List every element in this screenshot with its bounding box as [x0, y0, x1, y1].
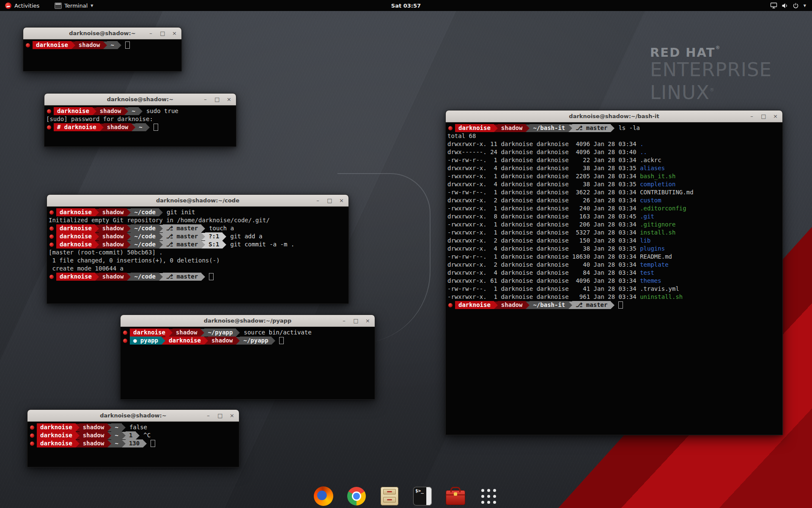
command-text: git init — [167, 208, 195, 216]
prompt-segment: shadow — [96, 107, 125, 115]
close-button[interactable]: × — [338, 197, 345, 204]
prompt-segment: darknoise — [56, 224, 95, 232]
powerline-arrow-icon — [127, 241, 131, 248]
minimize-button[interactable]: – — [341, 318, 347, 324]
powerline-arrow-icon — [159, 273, 163, 281]
clock[interactable]: Sat 03:57 — [391, 3, 421, 9]
terminal-window: darknoise@shadow:~–□×darknoiseshadow~fal… — [27, 409, 239, 467]
terminal-line: darknoiseshadow~/codegit init — [49, 208, 348, 216]
terminal-line: -rwxrwxr-x. 1 darknoise darknoise 5327 J… — [447, 229, 782, 237]
terminal-cursor — [154, 124, 158, 131]
maximize-button[interactable]: □ — [326, 197, 333, 204]
minimize-button[interactable]: – — [315, 197, 321, 204]
terminal-content[interactable]: darknoiseshadow~/bash-it⎇ masterls -lato… — [446, 122, 782, 309]
redhat-prompt-icon — [448, 303, 453, 307]
terminal-content[interactable]: darknoiseshadow~/pyappsource bin/activat… — [121, 327, 375, 345]
terminal-line: drwxrwxr-x. 2 darknoise darknoise 40 Jan… — [447, 261, 782, 269]
firefox-dock-button[interactable] — [313, 486, 334, 507]
powerline-arrow-icon — [201, 225, 205, 232]
terminal-cursor — [125, 41, 130, 49]
prompt-segment: ⎇ master — [572, 124, 611, 132]
powerline-arrow-icon — [76, 432, 80, 439]
redhat-prompt-icon — [123, 339, 127, 343]
terminal-dock-button[interactable]: $>_ — [412, 486, 433, 507]
file-name: plugins — [640, 245, 665, 252]
terminal-content[interactable]: darknoiseshadow~ — [23, 39, 181, 49]
close-button[interactable]: × — [229, 412, 235, 419]
prompt-segment: darknoise — [54, 107, 93, 115]
files-dock-button[interactable] — [379, 486, 400, 507]
prompt-segment: ⎇ master — [163, 273, 201, 281]
app-menu-terminal[interactable]: Terminal ▼ — [50, 0, 97, 11]
app-menu-label: Terminal — [64, 3, 88, 9]
terminal-content[interactable]: darknoiseshadow~falsedarknoiseshadow~1^C… — [27, 422, 239, 447]
prompt-segment: darknoise — [37, 423, 76, 431]
terminal-line: drwxrwxr-x. 4 darknoise darknoise 38 Jan… — [447, 180, 782, 188]
activities-button[interactable]: Activities — [0, 0, 44, 11]
display-icon — [770, 2, 777, 9]
powerline-arrow-icon — [107, 424, 111, 431]
terminal-line: darknoiseshadow~sudo true — [46, 107, 235, 115]
close-button[interactable]: × — [171, 30, 178, 36]
powerline-arrow-icon — [95, 273, 99, 281]
minimize-button[interactable]: – — [749, 113, 755, 119]
window-titlebar[interactable]: darknoise@shadow:~–□× — [44, 94, 236, 105]
maximize-button[interactable]: □ — [159, 30, 166, 36]
terminal-line: darknoiseshadow~/code⎇ masterS:1git comm… — [49, 240, 348, 248]
maximize-button[interactable]: □ — [217, 412, 223, 419]
minimize-button[interactable]: – — [148, 30, 154, 36]
window-titlebar[interactable]: darknoise@shadow:~/code–□× — [47, 195, 348, 207]
system-status-area[interactable]: ▼ — [766, 0, 810, 11]
powerline-arrow-icon — [159, 241, 163, 248]
maximize-button[interactable]: □ — [214, 96, 220, 102]
window-titlebar[interactable]: darknoise@shadow:~–□× — [23, 28, 181, 39]
volume-icon — [782, 3, 788, 9]
terminal-window: darknoise@shadow:~/code–□×darknoiseshado… — [47, 194, 349, 304]
file-name: .gitignore — [640, 221, 675, 228]
prompt-segment: shadow — [99, 208, 127, 216]
prompt-segment: ~/pyapp — [240, 337, 272, 345]
app-grid-dock-button[interactable] — [478, 486, 499, 507]
powerline-arrow-icon — [103, 41, 107, 49]
terminal-window: darknoise@shadow:~–□×darknoiseshadow~sud… — [44, 93, 236, 147]
close-button[interactable]: × — [226, 96, 232, 102]
window-titlebar[interactable]: darknoise@shadow:~/bash-it–□× — [446, 110, 782, 122]
minimize-button[interactable]: – — [202, 96, 208, 102]
command-text: sudo true — [146, 107, 178, 115]
window-titlebar[interactable]: darknoise@shadow:~/pyapp–□× — [121, 315, 375, 327]
prompt-segment: ● pyapp — [130, 337, 162, 345]
terminal-content[interactable]: darknoiseshadow~sudo true[sudo] password… — [44, 105, 236, 131]
redhat-prompt-icon — [47, 109, 51, 113]
window-title: darknoise@shadow:~ — [69, 30, 135, 36]
file-name: .ackrc — [640, 157, 661, 163]
terminal-line: darknoiseshadow~/code⎇ mastertouch a — [49, 224, 348, 232]
powerline-arrow-icon — [236, 329, 240, 337]
prompt-segment: darknoise — [37, 439, 76, 447]
maximize-button[interactable]: □ — [353, 318, 359, 324]
chrome-dock-button[interactable] — [346, 486, 367, 507]
close-button[interactable]: × — [772, 113, 779, 119]
powerline-arrow-icon — [159, 209, 163, 216]
file-name: bash_it.sh — [640, 173, 675, 179]
file-name: . — [640, 141, 643, 147]
terminal-line: -rw-rw-r--. 1 darknoise darknoise 3622 J… — [447, 188, 782, 196]
file-name: .git — [640, 213, 654, 220]
terminal-line: ● pyappdarknoiseshadow~/pyapp — [122, 337, 374, 345]
redhat-prompt-icon — [49, 210, 54, 215]
maximize-button[interactable]: □ — [760, 113, 767, 119]
file-name: .editorconfig — [640, 205, 686, 212]
minimize-button[interactable]: – — [205, 412, 211, 419]
prompt-segment: ~/code — [131, 208, 159, 216]
powerline-arrow-icon — [93, 108, 96, 115]
terminal-line: 1 file changed, 0 insertions(+), 0 delet… — [49, 257, 348, 265]
close-button[interactable]: × — [365, 318, 371, 324]
files-icon — [381, 487, 398, 505]
power-icon — [793, 3, 799, 9]
app-grid-icon — [481, 489, 496, 504]
prompt-segment: S:1 — [205, 240, 222, 248]
terminal-line: # darknoiseshadow~ — [46, 123, 235, 131]
window-titlebar[interactable]: darknoise@shadow:~–□× — [27, 410, 239, 422]
toolbox-dock-button[interactable] — [445, 486, 466, 507]
terminal-content[interactable]: darknoiseshadow~/codegit initInitialized… — [47, 207, 348, 281]
prompt-segment: darknoise — [455, 301, 494, 309]
